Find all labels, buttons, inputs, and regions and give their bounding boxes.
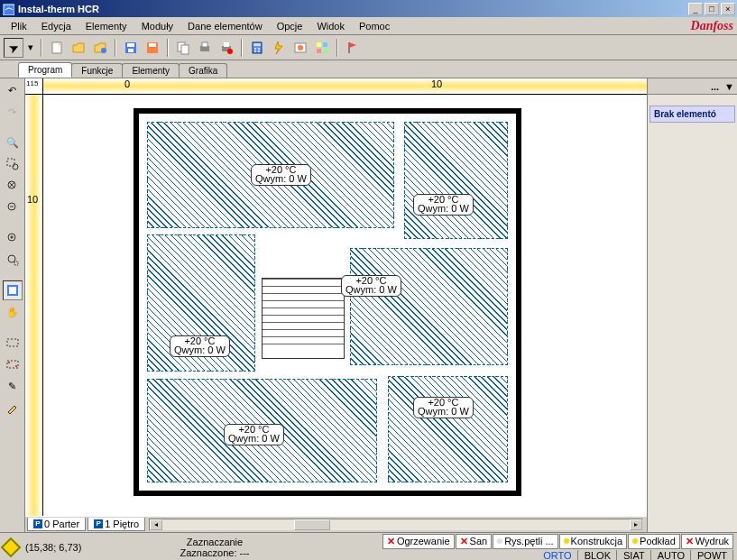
- close-button[interactable]: ×: [721, 3, 735, 15]
- svg-rect-0: [4, 5, 14, 15]
- svg-rect-40: [7, 339, 18, 346]
- canvas-area: 115 0 10 10: [25, 78, 647, 532]
- selrect-icon[interactable]: [3, 333, 23, 353]
- print-button[interactable]: [195, 38, 215, 58]
- svg-point-2: [101, 48, 106, 53]
- cursor-tool[interactable]: ➤: [4, 38, 23, 58]
- tag-ryspetli[interactable]: Rys.pętli ...: [493, 534, 557, 549]
- brand-logo: Danfoss: [691, 19, 733, 33]
- view-icon[interactable]: [3, 280, 23, 300]
- flash-button[interactable]: [269, 38, 289, 58]
- zoomout-icon[interactable]: [3, 197, 23, 217]
- status-selection: Zaznaczone: ---: [134, 547, 296, 558]
- menu-moduly[interactable]: Moduły: [134, 19, 180, 33]
- flag-orto[interactable]: ORTO: [538, 550, 577, 561]
- app-icon: [2, 3, 14, 15]
- h-scrollbar[interactable]: ◂ ▸: [149, 519, 643, 531]
- ruler-corner: 115: [25, 78, 43, 95]
- calc-button[interactable]: [247, 38, 267, 58]
- stairs: [262, 278, 345, 359]
- tab-elementy[interactable]: Elementy: [122, 63, 180, 78]
- menu-opcje[interactable]: Opcje: [270, 19, 310, 33]
- svg-rect-26: [323, 49, 327, 53]
- svg-point-19: [254, 50, 256, 52]
- drawing-canvas[interactable]: +20 °CQwym: 0 W +20 °CQwym: 0 W +20 °CQw…: [43, 95, 647, 516]
- scroll-left-icon[interactable]: ◂: [150, 519, 162, 530]
- svg-point-42: [8, 362, 10, 363]
- minimize-button[interactable]: _: [688, 3, 703, 15]
- selcross-icon[interactable]: [3, 354, 23, 374]
- tag-ogrzewanie[interactable]: ✕Ogrzewanie: [382, 534, 455, 549]
- open2-button[interactable]: [90, 38, 110, 58]
- svg-point-36: [8, 255, 15, 262]
- layer-tags: ✕Ogrzewanie ✕San Rys.pętli ... Konstrukc…: [382, 534, 733, 549]
- tab-program[interactable]: Program: [18, 62, 72, 78]
- svg-point-29: [13, 164, 18, 170]
- floor-tab-1[interactable]: P1 Piętro: [88, 518, 145, 531]
- tag-konstrukcja[interactable]: Konstrukcja: [559, 534, 627, 549]
- tab-grafika[interactable]: Grafika: [179, 63, 227, 78]
- scroll-thumb[interactable]: [294, 519, 330, 530]
- menu-widok[interactable]: Widok: [309, 19, 352, 33]
- svg-rect-11: [202, 42, 207, 47]
- svg-rect-4: [127, 43, 134, 47]
- coordinates: (15,38; 6,73): [25, 542, 134, 553]
- flag-auto[interactable]: AUTO: [652, 550, 691, 561]
- copy-button[interactable]: [173, 38, 193, 58]
- menu-edycja[interactable]: Edycja: [34, 19, 78, 33]
- window-title: Instal-therm HCR: [18, 4, 686, 14]
- redo-icon[interactable]: ↷: [3, 102, 23, 122]
- panel-collapse-icon[interactable]: ▼: [724, 81, 734, 92]
- svg-point-17: [254, 48, 256, 50]
- saveas-button[interactable]: [143, 38, 162, 58]
- room-label-6: +20 °CQwym: 0 W: [413, 397, 474, 418]
- room-label-4: +20 °CQwym: 0 W: [170, 335, 230, 357]
- flag-blok[interactable]: BLOK: [579, 550, 617, 561]
- zoom100-icon[interactable]: [3, 228, 23, 248]
- pencil-icon[interactable]: ✎: [3, 376, 23, 396]
- svg-rect-16: [253, 43, 261, 46]
- main-tabs: Program Funkcje Elementy Grafika: [0, 60, 737, 78]
- status-mode: Zaznaczanie: [134, 537, 296, 547]
- svg-point-20: [258, 50, 260, 52]
- open-button[interactable]: [69, 38, 88, 58]
- pan-icon[interactable]: ✋: [3, 302, 23, 322]
- svg-rect-5: [128, 49, 134, 52]
- menu-dane[interactable]: Dane elementów: [180, 19, 270, 33]
- grid-button[interactable]: [312, 38, 332, 58]
- zoomext-icon[interactable]: [3, 250, 23, 270]
- floor-tab-0[interactable]: P0 Parter: [27, 518, 86, 531]
- flag-powt[interactable]: POWT: [692, 550, 733, 561]
- statusbar: (15,38; 6,73) Zaznaczanie Zaznaczone: --…: [0, 532, 737, 560]
- menu-pomoc[interactable]: Pomoc: [352, 19, 397, 33]
- maximize-button[interactable]: □: [705, 3, 719, 15]
- cursor-dropdown[interactable]: ▾: [25, 38, 36, 58]
- svg-point-43: [15, 365, 17, 367]
- properties-panel: ... ▼ Brak elementó: [647, 78, 737, 532]
- menu-plik[interactable]: Plik: [4, 19, 34, 33]
- panel-menu-icon[interactable]: ...: [711, 81, 719, 92]
- printsetup-button[interactable]: [216, 38, 236, 58]
- zoomin-icon[interactable]: 🔍: [3, 133, 23, 152]
- tag-wydruk[interactable]: ✕Wydruk: [681, 534, 733, 549]
- zoomfit-icon[interactable]: [3, 176, 23, 196]
- tag-podklad[interactable]: Podkład: [628, 534, 680, 549]
- flag-siat[interactable]: SIAT: [618, 550, 651, 561]
- menu-elementy[interactable]: Elementy: [78, 19, 134, 33]
- flag-button[interactable]: [343, 38, 363, 58]
- options-button[interactable]: [290, 38, 310, 58]
- no-element-link[interactable]: Brak elementó: [649, 106, 735, 123]
- tag-san[interactable]: ✕San: [456, 534, 493, 549]
- room-label-5: +20 °CQwym: 0 W: [224, 424, 284, 445]
- undo-icon[interactable]: ↶: [3, 80, 23, 100]
- svg-rect-24: [323, 42, 327, 47]
- tab-funkcje[interactable]: Funkcje: [71, 63, 123, 78]
- vertical-ruler[interactable]: 10: [25, 95, 43, 516]
- room-label-1: +20 °CQwym: 0 W: [251, 164, 311, 186]
- scroll-right-icon[interactable]: ▸: [630, 519, 642, 530]
- horizontal-ruler[interactable]: 0 10: [43, 78, 647, 95]
- new-button[interactable]: [47, 38, 67, 58]
- save-button[interactable]: [121, 38, 141, 58]
- pipette-icon[interactable]: [3, 398, 23, 418]
- zoomarea-icon[interactable]: [3, 154, 23, 174]
